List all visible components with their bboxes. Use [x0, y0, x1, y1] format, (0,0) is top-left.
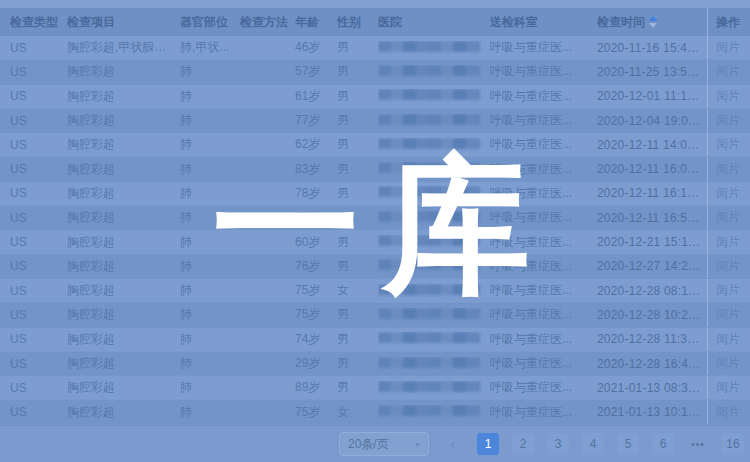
cell-exam-item: 胸腔彩超: [67, 258, 180, 275]
sort-caret-icon[interactable]: [649, 16, 657, 28]
cell-hospital-redacted: [378, 308, 490, 322]
cell-exam-time: 2020-12-11 14:00:14: [597, 138, 707, 152]
view-image-link[interactable]: 阅片: [707, 328, 750, 351]
cell-age: 89岁: [295, 379, 337, 396]
cell-exam-time: 2020-12-11 16:02:05: [597, 162, 707, 176]
cell-exam-type: US: [10, 235, 67, 249]
view-image-link[interactable]: 阅片: [707, 36, 750, 59]
page-size-select[interactable]: 20条/页 ▾: [339, 432, 429, 456]
cell-exam-item: 胸腔彩超: [67, 63, 180, 80]
cell-exam-time: 2020-12-28 08:15:51: [597, 284, 707, 298]
view-image-link[interactable]: 阅片: [707, 85, 750, 108]
more-pages-ellipsis[interactable]: •••: [687, 433, 709, 455]
cell-exam-type: US: [10, 308, 67, 322]
page-button-6[interactable]: 6: [652, 433, 674, 455]
table-row: US 胸腔彩超 肺 75岁 女 呼吸与重症医... 2021-01-13 10:…: [0, 400, 750, 424]
cell-dept: 呼吸与重症医...: [490, 234, 597, 251]
cell-gender: 男: [337, 331, 378, 348]
cell-hospital-redacted: [378, 357, 490, 371]
cell-exam-type: US: [10, 65, 67, 79]
cell-dept: 呼吸与重症医...: [490, 39, 597, 56]
col-header-exam-time-sortable[interactable]: 检查时间: [597, 14, 707, 31]
cell-gender: 男: [337, 185, 378, 202]
cell-organ: 肺: [180, 185, 240, 202]
table-row: US 胸腔彩超 肺 74岁 男 呼吸与重症医... 2020-12-28 11:…: [0, 328, 750, 352]
page-button-16[interactable]: 16: [722, 433, 744, 455]
view-image-link[interactable]: 阅片: [707, 133, 750, 156]
cell-age: 60岁: [295, 234, 337, 251]
cell-age: 62岁: [295, 136, 337, 153]
cell-exam-type: US: [10, 259, 67, 273]
cell-organ: 肺: [180, 355, 240, 372]
cell-gender: 男: [337, 234, 378, 251]
page-button-3[interactable]: 3: [547, 433, 569, 455]
page-button-4[interactable]: 4: [582, 433, 604, 455]
cell-dept: 呼吸与重症医...: [490, 209, 597, 226]
cell-age: 46岁: [295, 39, 337, 56]
col-header-organ: 器官部位: [180, 14, 240, 31]
cell-exam-time: 2021-01-13 08:35:05: [597, 381, 707, 395]
cell-gender: 男: [337, 379, 378, 396]
view-image-link[interactable]: 阅片: [707, 109, 750, 132]
cell-exam-item: 胸腔彩超: [67, 88, 180, 105]
cell-dept: 呼吸与重症医...: [490, 282, 597, 299]
sort-descending-icon: [649, 23, 657, 28]
cell-hospital-redacted: [378, 235, 490, 249]
page-button-1[interactable]: 1: [477, 433, 499, 455]
hospital-redacted-blur: [378, 186, 480, 197]
view-image-link[interactable]: 阅片: [707, 400, 750, 423]
view-image-link[interactable]: 阅片: [707, 279, 750, 302]
cell-gender: 男: [337, 355, 378, 372]
cell-hospital-redacted: [378, 211, 490, 225]
view-image-link[interactable]: 阅片: [707, 230, 750, 253]
col-header-hospital: 医院: [378, 14, 490, 31]
cell-age: 74岁: [295, 331, 337, 348]
cell-hospital-redacted: [378, 65, 490, 79]
cell-exam-type: US: [10, 405, 67, 419]
hospital-redacted-blur: [378, 284, 480, 295]
cell-dept: 呼吸与重症医...: [490, 355, 597, 372]
cell-exam-item: 胸腔彩超: [67, 185, 180, 202]
hospital-redacted-blur: [378, 259, 480, 270]
cell-dept: 呼吸与重症医...: [490, 379, 597, 396]
view-image-link[interactable]: 阅片: [707, 182, 750, 205]
cell-exam-item: 胸腔彩超,甲状腺彩超: [67, 39, 180, 56]
hospital-redacted-blur: [378, 332, 480, 343]
view-image-link[interactable]: 阅片: [707, 60, 750, 83]
page-button-5[interactable]: 5: [617, 433, 639, 455]
cell-hospital-redacted: [378, 186, 490, 200]
cell-age: 29岁: [295, 355, 337, 372]
hospital-redacted-blur: [378, 162, 480, 173]
view-image-link[interactable]: 阅片: [707, 206, 750, 229]
table-row: US 胸腔彩超 肺 75岁 男 呼吸与重症医... 2020-12-28 10:…: [0, 303, 750, 327]
cell-exam-item: 胸腔彩超: [67, 404, 180, 421]
view-image-link[interactable]: 阅片: [707, 376, 750, 399]
col-header-method: 检查方法: [240, 14, 295, 31]
cell-gender: 女: [337, 404, 378, 421]
cell-age: 75岁: [295, 282, 337, 299]
top-strip: [0, 0, 750, 8]
cell-exam-type: US: [10, 284, 67, 298]
view-image-link[interactable]: 阅片: [707, 352, 750, 375]
view-image-link[interactable]: 阅片: [707, 303, 750, 326]
page-button-2[interactable]: 2: [512, 433, 534, 455]
prev-page-button[interactable]: ‹: [442, 433, 464, 455]
cell-gender: 男: [337, 63, 378, 80]
cell-exam-time: 2020-11-16 15:44:49: [597, 41, 707, 55]
cell-organ: 肺: [180, 379, 240, 396]
cell-dept: 呼吸与重症医...: [490, 404, 597, 421]
hospital-redacted-blur: [378, 308, 480, 319]
cell-dept: 呼吸与重症医...: [490, 136, 597, 153]
col-header-exam-item: 检查项目: [67, 14, 180, 31]
cell-exam-time: 2020-12-04 19:03:24: [597, 114, 707, 128]
table-row: US 胸腔彩超 肺 61岁 男 呼吸与重症医... 2020-12-01 11:…: [0, 85, 750, 109]
cell-exam-time: 2020-11-25 13:50:01: [597, 65, 707, 79]
exam-time-label: 检查时间: [597, 15, 645, 29]
cell-organ: 肺: [180, 63, 240, 80]
view-image-link[interactable]: 阅片: [707, 255, 750, 278]
view-image-link[interactable]: 阅片: [707, 157, 750, 180]
cell-exam-type: US: [10, 114, 67, 128]
hospital-redacted-blur: [378, 405, 480, 416]
cell-exam-time: 2020-12-11 16:50:25: [597, 211, 707, 225]
col-header-gender: 性别: [337, 14, 378, 31]
